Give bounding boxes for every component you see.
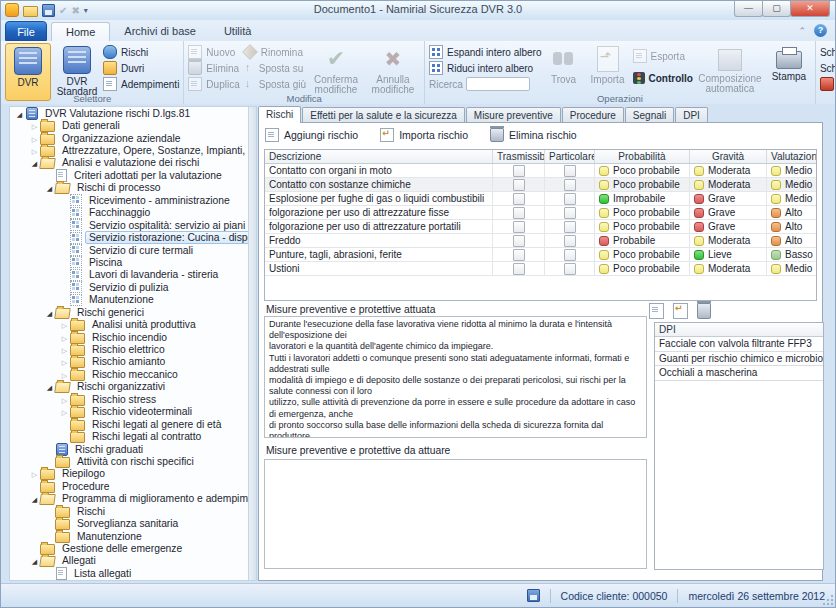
- tree-item[interactable]: Lista allegati: [10, 567, 256, 579]
- col-descrizione[interactable]: Descrizione: [265, 150, 493, 163]
- panel-tab[interactable]: Effetti per la salute e la sicurezza: [302, 107, 465, 123]
- controllo-button[interactable]: Controllo: [633, 71, 693, 85]
- sposta-su-button[interactable]: Sposta su: [243, 61, 306, 75]
- aggiungi-rischio-button[interactable]: Aggiungi rischio: [265, 128, 358, 142]
- tree-item[interactable]: Analisi e valutazione dei rischi: [10, 157, 256, 169]
- file-menu-button[interactable]: File: [5, 21, 47, 41]
- trasmissibile-checkbox[interactable]: [513, 193, 525, 205]
- importa-rischio-button[interactable]: Importa rischio: [380, 128, 468, 142]
- risk-table-row[interactable]: folgorazione per uso di attrezzature por…: [265, 220, 816, 234]
- risk-valutazione-cell[interactable]: Basso: [767, 248, 816, 261]
- risk-gravita-cell[interactable]: Moderata: [690, 164, 767, 177]
- ribbon-collapse-icon[interactable]: ⌃: [798, 26, 806, 36]
- tree-item[interactable]: Dati generali: [10, 119, 256, 131]
- rischi-button[interactable]: Rischi: [103, 45, 179, 59]
- status-save-icon[interactable]: [527, 589, 540, 602]
- risk-valutazione-cell[interactable]: Alto: [767, 206, 816, 219]
- ribbon-tab[interactable]: Home: [51, 22, 110, 41]
- ribbon-tab[interactable]: Archivi di base: [110, 22, 210, 41]
- tree-item[interactable]: Servizio ristorazione: Cucina - dispensa: [10, 231, 256, 243]
- tree-expander-icon[interactable]: [59, 319, 70, 330]
- risk-valutazione-cell[interactable]: Alto: [767, 234, 816, 247]
- tree-expander-icon[interactable]: [29, 120, 40, 131]
- help-icon[interactable]: ?: [814, 24, 827, 37]
- risk-gravita-cell[interactable]: Moderata: [690, 234, 767, 247]
- tree-expander-icon[interactable]: [59, 344, 70, 355]
- rinomina-button[interactable]: Rinomina: [243, 45, 306, 59]
- tree-item[interactable]: Rischio amianto: [10, 356, 256, 368]
- risk-probabilita-cell[interactable]: Poco probabile: [595, 206, 690, 219]
- tree-expander-icon[interactable]: [59, 332, 70, 343]
- particolare-checkbox[interactable]: [564, 165, 576, 177]
- esporta-button[interactable]: Esporta: [633, 49, 693, 63]
- schermo-1024-button[interactable]: Schermo 1024x768: [820, 45, 836, 59]
- tree-expander-icon[interactable]: [29, 555, 40, 566]
- particolare-checkbox[interactable]: [564, 179, 576, 191]
- apri-documento-button[interactable]: Apri documento: [820, 77, 836, 91]
- tree-item[interactable]: Ricevimento - amministrazione: [10, 194, 256, 206]
- panel-tab[interactable]: DPI: [675, 107, 708, 123]
- tree-item[interactable]: Attività con rischi specifici: [10, 455, 256, 467]
- col-probabilita[interactable]: Probabilità: [595, 150, 690, 163]
- risk-gravita-cell[interactable]: Grave: [690, 220, 767, 233]
- trasmissibile-checkbox[interactable]: [513, 221, 525, 233]
- tree-item[interactable]: Rischio videoterminali: [10, 406, 256, 418]
- particolare-checkbox[interactable]: [564, 235, 576, 247]
- risk-table-row[interactable]: folgorazione per uso di attrezzature fis…: [265, 206, 816, 220]
- tree-expander-icon[interactable]: [59, 394, 70, 405]
- risk-probabilita-cell[interactable]: Poco probabile: [595, 248, 690, 261]
- tree-item[interactable]: Servizio di pulizia: [10, 281, 256, 293]
- riduci-albero-button[interactable]: Riduci intero albero: [429, 61, 542, 75]
- nuovo-button[interactable]: Nuovo: [188, 45, 239, 59]
- tree-item[interactable]: Servizio ospitalità: servizio ai piani -…: [10, 219, 256, 231]
- dpi-delete-icon[interactable]: [697, 303, 711, 319]
- dpi-import-icon[interactable]: [673, 303, 688, 319]
- tree-item[interactable]: Gestione delle emergenze: [10, 542, 256, 554]
- tree-item[interactable]: Rischi graduati: [10, 443, 256, 455]
- particolare-checkbox[interactable]: [564, 207, 576, 219]
- tree-expander-icon[interactable]: [59, 369, 70, 380]
- risk-table-row[interactable]: Ustioni Poco probabile Moderata: [265, 262, 816, 276]
- tree-expander-icon[interactable]: [44, 307, 55, 318]
- panel-tab[interactable]: Misure preventive: [466, 107, 561, 123]
- col-particolare[interactable]: Particolare: [545, 150, 595, 163]
- col-gravita[interactable]: Gravità: [690, 150, 767, 163]
- risk-probabilita-cell[interactable]: Poco probabile: [595, 178, 690, 191]
- tree-expander-icon[interactable]: [44, 381, 55, 392]
- adempimenti-button[interactable]: Adempimenti: [103, 77, 179, 91]
- tree-item[interactable]: Rischi legati al genere di età: [10, 418, 256, 430]
- particolare-checkbox[interactable]: [564, 193, 576, 205]
- tree-expander-icon[interactable]: [29, 133, 40, 144]
- trasmissibile-checkbox[interactable]: [513, 249, 525, 261]
- risk-table-row[interactable]: Contatto con organi in moto Poco probabi…: [265, 164, 816, 178]
- trasmissibile-checkbox[interactable]: [513, 179, 525, 191]
- tree-item[interactable]: Manutenzione: [10, 294, 256, 306]
- risk-probabilita-cell[interactable]: Improbabile: [595, 192, 690, 205]
- dpi-list-header[interactable]: DPI: [655, 323, 823, 337]
- risk-valutazione-cell[interactable]: Medio: [767, 262, 816, 275]
- panel-tab[interactable]: Segnali: [625, 107, 674, 123]
- duvri-button[interactable]: Duvri: [103, 61, 179, 75]
- tree-item[interactable]: Attrezzature, Opere, Sostanze, Impianti,…: [10, 144, 256, 156]
- particolare-checkbox[interactable]: [564, 263, 576, 275]
- tree-item[interactable]: Rischio incendio: [10, 331, 256, 343]
- tree-item[interactable]: Facchinaggio: [10, 207, 256, 219]
- tree-item[interactable]: Rischi: [10, 505, 256, 517]
- espandi-albero-button[interactable]: Espandi intero albero: [429, 45, 542, 59]
- tree-expander-icon[interactable]: [44, 182, 55, 193]
- tree-expander-icon[interactable]: [59, 356, 70, 367]
- tree-item[interactable]: Analisi unità produttiva: [10, 318, 256, 330]
- risk-valutazione-cell[interactable]: Medio: [767, 192, 816, 205]
- ribbon-tab[interactable]: Utilità: [210, 22, 266, 41]
- panel-tab[interactable]: Rischi: [258, 106, 301, 123]
- tree-item[interactable]: Allegati: [10, 555, 256, 567]
- tree-expander-icon[interactable]: [29, 493, 40, 504]
- tree-item[interactable]: Rischio elettrico: [10, 343, 256, 355]
- dpi-item[interactable]: Facciale con valvola filtrante FFP3: [655, 337, 823, 352]
- risk-gravita-cell[interactable]: Lieve: [690, 248, 767, 261]
- risk-probabilita-cell[interactable]: Probabile: [595, 234, 690, 247]
- tree-item[interactable]: Manutenzione: [10, 530, 256, 542]
- dpi-item[interactable]: Guanti per rischio chimico e microbiolog…: [655, 352, 823, 367]
- risk-valutazione-cell[interactable]: Alto: [767, 220, 816, 233]
- tree-expander-icon[interactable]: [59, 406, 70, 417]
